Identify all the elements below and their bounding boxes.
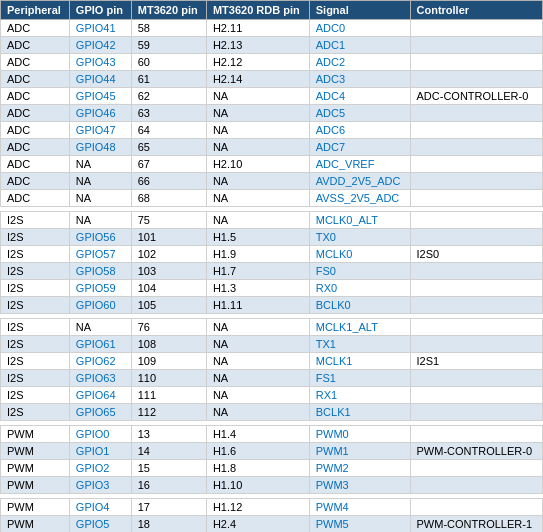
controller-cell bbox=[410, 122, 543, 139]
signal-cell: MCLK0_ALT bbox=[309, 212, 410, 229]
rdb-pin-cell: H2.11 bbox=[206, 20, 309, 37]
controller-cell bbox=[410, 370, 543, 387]
signal-cell: ADC0 bbox=[309, 20, 410, 37]
table-row: I2SNA75NAMCLK0_ALT bbox=[1, 212, 543, 229]
signal-cell: ADC5 bbox=[309, 105, 410, 122]
peripheral-cell: PWM bbox=[1, 477, 70, 494]
signal-cell: AVSS_2V5_ADC bbox=[309, 190, 410, 207]
controller-cell bbox=[410, 105, 543, 122]
table-row: I2SGPIO61108NATX1 bbox=[1, 336, 543, 353]
controller-cell bbox=[410, 297, 543, 314]
table-row: ADCNA68NAAVSS_2V5_ADC bbox=[1, 190, 543, 207]
column-header-mt3620-rdb-pin: MT3620 RDB pin bbox=[206, 1, 309, 20]
rdb-pin-cell: NA bbox=[206, 353, 309, 370]
rdb-pin-cell: H2.14 bbox=[206, 71, 309, 88]
peripheral-cell: I2S bbox=[1, 353, 70, 370]
peripheral-cell: ADC bbox=[1, 20, 70, 37]
mt-pin-cell: 105 bbox=[131, 297, 206, 314]
controller-cell bbox=[410, 71, 543, 88]
signal-cell: ADC7 bbox=[309, 139, 410, 156]
signal-cell: PWM2 bbox=[309, 460, 410, 477]
signal-cell: ADC_VREF bbox=[309, 156, 410, 173]
signal-cell: FS0 bbox=[309, 263, 410, 280]
rdb-pin-cell: NA bbox=[206, 212, 309, 229]
rdb-pin-cell: H1.4 bbox=[206, 426, 309, 443]
mt-pin-cell: 104 bbox=[131, 280, 206, 297]
signal-cell: BCLK0 bbox=[309, 297, 410, 314]
gpio-cell: GPIO59 bbox=[69, 280, 131, 297]
gpio-cell: GPIO48 bbox=[69, 139, 131, 156]
peripheral-cell: I2S bbox=[1, 297, 70, 314]
rdb-pin-cell: NA bbox=[206, 105, 309, 122]
signal-cell: MCLK0 bbox=[309, 246, 410, 263]
peripheral-cell: ADC bbox=[1, 173, 70, 190]
table-row: ADCGPIO4158H2.11ADC0 bbox=[1, 20, 543, 37]
gpio-cell: GPIO64 bbox=[69, 387, 131, 404]
table-row: I2SGPIO56101H1.5TX0 bbox=[1, 229, 543, 246]
table-row: I2SGPIO65112NABCLK1 bbox=[1, 404, 543, 421]
signal-cell: PWM5 bbox=[309, 516, 410, 533]
peripheral-cell: ADC bbox=[1, 139, 70, 156]
controller-cell: PWM-CONTROLLER-0 bbox=[410, 443, 543, 460]
mt-pin-cell: 68 bbox=[131, 190, 206, 207]
rdb-pin-cell: H2.10 bbox=[206, 156, 309, 173]
signal-cell: RX1 bbox=[309, 387, 410, 404]
gpio-cell: GPIO4 bbox=[69, 499, 131, 516]
peripheral-cell: I2S bbox=[1, 229, 70, 246]
rdb-pin-cell: H2.12 bbox=[206, 54, 309, 71]
gpio-cell: GPIO57 bbox=[69, 246, 131, 263]
rdb-pin-cell: H1.10 bbox=[206, 477, 309, 494]
peripheral-cell: I2S bbox=[1, 336, 70, 353]
signal-cell: BCLK1 bbox=[309, 404, 410, 421]
controller-cell bbox=[410, 229, 543, 246]
gpio-cell: GPIO5 bbox=[69, 516, 131, 533]
mt-pin-cell: 111 bbox=[131, 387, 206, 404]
mt-pin-cell: 76 bbox=[131, 319, 206, 336]
mt-pin-cell: 109 bbox=[131, 353, 206, 370]
rdb-pin-cell: NA bbox=[206, 336, 309, 353]
mt-pin-cell: 103 bbox=[131, 263, 206, 280]
table-row: ADCGPIO4360H2.12ADC2 bbox=[1, 54, 543, 71]
mt-pin-cell: 63 bbox=[131, 105, 206, 122]
table-row: ADCGPIO4663NAADC5 bbox=[1, 105, 543, 122]
column-header-mt3620-pin: MT3620 pin bbox=[131, 1, 206, 20]
rdb-pin-cell: H1.3 bbox=[206, 280, 309, 297]
gpio-cell: GPIO62 bbox=[69, 353, 131, 370]
peripheral-cell: PWM bbox=[1, 426, 70, 443]
controller-cell bbox=[410, 460, 543, 477]
rdb-pin-cell: H1.7 bbox=[206, 263, 309, 280]
controller-cell bbox=[410, 139, 543, 156]
controller-cell: I2S1 bbox=[410, 353, 543, 370]
controller-cell bbox=[410, 37, 543, 54]
table-row: I2SNA76NAMCLK1_ALT bbox=[1, 319, 543, 336]
rdb-pin-cell: NA bbox=[206, 190, 309, 207]
table-row: I2SGPIO57102H1.9MCLK0I2S0 bbox=[1, 246, 543, 263]
table-row: I2SGPIO58103H1.7FS0 bbox=[1, 263, 543, 280]
gpio-cell: GPIO47 bbox=[69, 122, 131, 139]
column-header-peripheral: Peripheral bbox=[1, 1, 70, 20]
gpio-cell: GPIO2 bbox=[69, 460, 131, 477]
controller-cell bbox=[410, 20, 543, 37]
rdb-pin-cell: NA bbox=[206, 404, 309, 421]
controller-cell bbox=[410, 54, 543, 71]
table-row: ADCGPIO4865NAADC7 bbox=[1, 139, 543, 156]
rdb-pin-cell: H2.13 bbox=[206, 37, 309, 54]
mt-pin-cell: 15 bbox=[131, 460, 206, 477]
rdb-pin-cell: NA bbox=[206, 139, 309, 156]
table-row: ADCGPIO4764NAADC6 bbox=[1, 122, 543, 139]
peripheral-cell: PWM bbox=[1, 499, 70, 516]
table-row: PWMGPIO417H1.12PWM4 bbox=[1, 499, 543, 516]
controller-cell bbox=[410, 499, 543, 516]
signal-cell: ADC6 bbox=[309, 122, 410, 139]
signal-cell: TX0 bbox=[309, 229, 410, 246]
signal-cell: PWM4 bbox=[309, 499, 410, 516]
peripheral-cell: I2S bbox=[1, 280, 70, 297]
rdb-pin-cell: NA bbox=[206, 122, 309, 139]
peripheral-cell: I2S bbox=[1, 404, 70, 421]
peripheral-cell: ADC bbox=[1, 88, 70, 105]
peripheral-cell: ADC bbox=[1, 54, 70, 71]
controller-cell: I2S0 bbox=[410, 246, 543, 263]
signal-cell: ADC1 bbox=[309, 37, 410, 54]
signal-cell: PWM0 bbox=[309, 426, 410, 443]
peripheral-cell: I2S bbox=[1, 370, 70, 387]
